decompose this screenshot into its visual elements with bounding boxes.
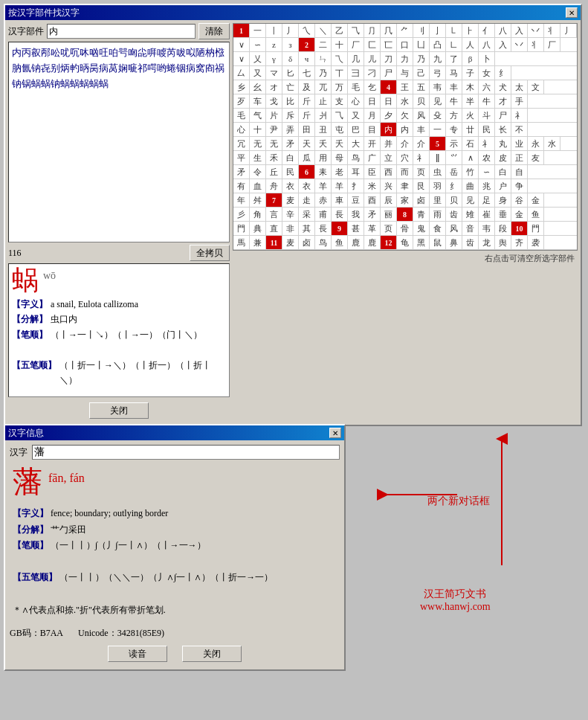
grid-cell[interactable]: 刀: [381, 52, 397, 65]
grid-cell[interactable]: 一: [430, 123, 446, 136]
grid-cell[interactable]: 丨: [266, 24, 282, 37]
grid-cell[interactable]: 页: [413, 165, 430, 179]
grid-cell[interactable]: 亅: [430, 24, 446, 37]
grid-cell[interactable]: 衣: [282, 179, 299, 193]
grid-cell[interactable]: 民: [479, 123, 495, 136]
grid-cell[interactable]: 丿: [282, 24, 299, 37]
grid-cell[interactable]: ∽: [479, 165, 495, 179]
grid-cell[interactable]: 骨: [397, 222, 413, 235]
grid-cell[interactable]: 比: [282, 94, 299, 108]
grid-cell[interactable]: 礻: [511, 109, 528, 122]
grid-cell[interactable]: 立: [381, 151, 397, 164]
grid-cell[interactable]: 羽: [430, 179, 446, 193]
grid-cell[interactable]: 黑: [413, 236, 430, 249]
grid-cell[interactable]: 金: [528, 193, 544, 207]
grid-cell-selected[interactable]: 内: [381, 123, 397, 136]
grid-cell[interactable]: 入: [511, 24, 528, 37]
grid-cell[interactable]: 田: [299, 123, 315, 136]
grid-cell[interactable]: 人: [462, 38, 479, 51]
grid-cell[interactable]: 开: [364, 137, 381, 150]
grid-cell[interactable]: 酉: [364, 193, 381, 207]
grid-cell[interactable]: 衣: [299, 179, 315, 193]
grid-cell[interactable]: 豆: [348, 193, 364, 207]
grid-cell[interactable]: 友: [528, 151, 544, 164]
grid-cell[interactable]: 示: [446, 137, 462, 150]
grid-cell[interactable]: 见: [462, 193, 479, 207]
grid-cell[interactable]: 丷: [528, 24, 544, 37]
grid-cell[interactable]: 母: [332, 151, 348, 164]
grid-cell[interactable]: 龟: [397, 236, 413, 249]
grid-cell[interactable]: ǁ: [430, 151, 446, 164]
grid-cell[interactable]: 爿: [315, 109, 332, 122]
grid-cell[interactable]: 马: [446, 66, 462, 80]
grid-cell[interactable]: 万: [332, 80, 348, 94]
grid-cell[interactable]: 尹: [266, 123, 282, 136]
grid-cell[interactable]: 聿: [397, 179, 413, 193]
grid-cell[interactable]: 斥: [282, 109, 299, 122]
grid-cell[interactable]: 二: [315, 38, 332, 51]
grid-cell[interactable]: 及: [299, 80, 315, 94]
grid-cell[interactable]: 日: [364, 94, 381, 108]
grid-cell[interactable]: 丿: [560, 24, 577, 37]
grid-cell[interactable]: 木: [462, 80, 479, 94]
grid-cell[interactable]: 丑: [315, 123, 332, 136]
grid-cell[interactable]: 車: [332, 193, 348, 207]
bottom-close-button[interactable]: 关闭: [182, 646, 242, 662]
grid-cell[interactable]: 乞: [364, 80, 381, 94]
copy-all-button[interactable]: 全拷贝: [190, 245, 230, 261]
grid-cell[interactable]: 乂: [250, 52, 266, 65]
grid-cell[interactable]: 穴: [397, 151, 413, 164]
grid-cell[interactable]: 青: [413, 208, 430, 221]
grid-cell[interactable]: 文: [528, 80, 544, 94]
grid-cell[interactable]: 礻: [413, 151, 430, 164]
grid-cell[interactable]: ㇗: [446, 38, 462, 51]
grid-cell[interactable]: 才: [495, 94, 511, 108]
grid-cell[interactable]: 冗: [233, 137, 250, 150]
grid-cell[interactable]: 丰: [446, 80, 462, 94]
grid-cell[interactable]: 雨: [430, 208, 446, 221]
grid-cell[interactable]: 尸: [381, 66, 397, 80]
grid-cell[interactable]: 天: [299, 137, 315, 150]
grid-cell[interactable]: 了: [446, 52, 462, 65]
grid-cell[interactable]: 麦: [282, 236, 299, 249]
grid-cell[interactable]: 艮: [413, 179, 430, 193]
grid-cell[interactable]: 太: [511, 80, 528, 94]
grid-cell[interactable]: 舛: [250, 193, 266, 207]
grid-cell[interactable]: 礻: [479, 137, 495, 150]
grid-cell[interactable]: 谷: [511, 193, 528, 207]
grid-cell[interactable]: 曲: [462, 179, 479, 193]
grid-cell[interactable]: 斤: [299, 94, 315, 108]
grid-cell[interactable]: z: [266, 38, 282, 51]
grid-cell[interactable]: 丬: [528, 38, 544, 51]
grid-cell[interactable]: 刁: [364, 66, 381, 80]
grid-cell[interactable]: 丬: [544, 24, 560, 37]
grid-cell[interactable]: 竹: [462, 165, 479, 179]
grid-cell[interactable]: 歹: [233, 94, 250, 108]
grid-cell[interactable]: 角: [250, 208, 266, 221]
grid-cell[interactable]: 止: [315, 94, 332, 108]
grid-cell[interactable]: 廿: [462, 123, 479, 136]
grid-cell[interactable]: 馬: [233, 236, 250, 249]
grid-cell[interactable]: 九: [430, 52, 446, 65]
grid-cell[interactable]: 門: [528, 222, 544, 235]
grid-cell[interactable]: ㇄: [446, 24, 462, 37]
grid-cell[interactable]: 尸: [495, 109, 511, 122]
grid-cell[interactable]: 齐: [511, 236, 528, 249]
grid-cell[interactable]: 耒: [315, 165, 332, 179]
grid-cell[interactable]: 丽: [381, 208, 397, 221]
grid-cell[interactable]: 一: [250, 24, 266, 37]
grid-cell[interactable]: マ: [266, 66, 282, 80]
grid-cell[interactable]: 鸟: [348, 151, 364, 164]
grid-cell[interactable]: 臣: [364, 165, 381, 179]
read-sound-button[interactable]: 读音: [108, 646, 167, 662]
grid-cell[interactable]: 而: [397, 165, 413, 179]
grid-cell[interactable]: 长: [495, 123, 511, 136]
grid-cell[interactable]: 矛: [282, 137, 299, 150]
grid-cell[interactable]: 食: [430, 222, 446, 235]
grid-cell[interactable]: ⺈: [397, 24, 413, 37]
grid-cell[interactable]: 鼠: [430, 236, 446, 249]
grid-cell[interactable]: 西: [381, 165, 397, 179]
grid-cell[interactable]: 里: [430, 193, 446, 207]
result-char[interactable]: 蜗: [12, 267, 39, 294]
grid-cell[interactable]: 卤: [413, 193, 430, 207]
